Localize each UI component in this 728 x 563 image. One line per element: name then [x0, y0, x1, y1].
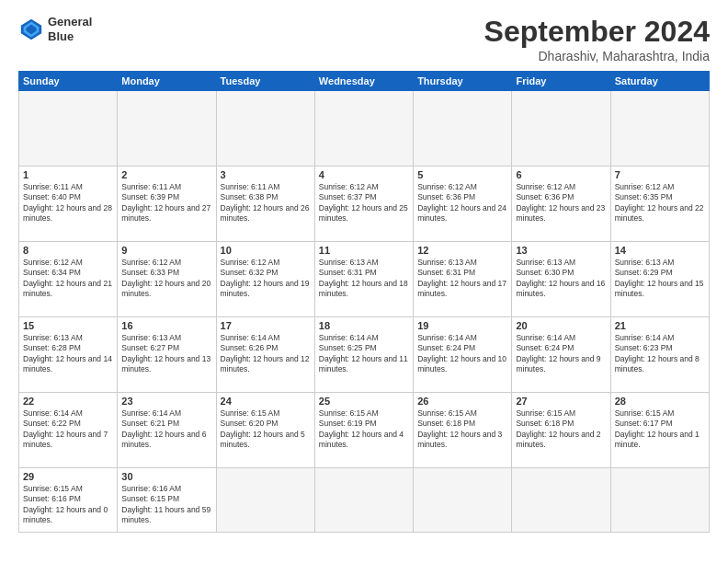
- month-title: September 2024: [484, 15, 710, 49]
- cell-info: Sunrise: 6:12 AMSunset: 6:37 PMDaylight:…: [319, 182, 409, 224]
- calendar-cell: 21Sunrise: 6:14 AMSunset: 6:23 PMDayligh…: [610, 317, 709, 393]
- calendar-cell: 2Sunrise: 6:11 AMSunset: 6:39 PMDaylight…: [118, 167, 216, 242]
- calendar-cell: [414, 468, 512, 533]
- calendar-day-header: Sunday: [19, 72, 118, 91]
- calendar-cell: 15Sunrise: 6:13 AMSunset: 6:28 PMDayligh…: [19, 317, 118, 393]
- calendar-day-header: Tuesday: [216, 72, 314, 91]
- cell-info: Sunrise: 6:14 AMSunset: 6:23 PMDaylight:…: [615, 333, 705, 375]
- day-number: 11: [319, 245, 409, 256]
- calendar-cell: 26Sunrise: 6:15 AMSunset: 6:18 PMDayligh…: [414, 393, 512, 468]
- calendar-cell: 14Sunrise: 6:13 AMSunset: 6:29 PMDayligh…: [610, 242, 709, 317]
- cell-info: Sunrise: 6:14 AMSunset: 6:24 PMDaylight:…: [516, 333, 606, 375]
- cell-info: Sunrise: 6:13 AMSunset: 6:27 PMDaylight:…: [121, 333, 211, 375]
- day-number: 30: [121, 471, 211, 482]
- calendar-cell: 13Sunrise: 6:13 AMSunset: 6:30 PMDayligh…: [512, 242, 610, 317]
- calendar-cell: 7Sunrise: 6:12 AMSunset: 6:35 PMDaylight…: [610, 167, 709, 242]
- logo: General Blue: [18, 15, 92, 43]
- calendar-cell: [19, 91, 118, 167]
- cell-info: Sunrise: 6:12 AMSunset: 6:36 PMDaylight:…: [516, 182, 606, 224]
- calendar-table: SundayMondayTuesdayWednesdayThursdayFrid…: [18, 71, 710, 533]
- calendar-header-row: SundayMondayTuesdayWednesdayThursdayFrid…: [19, 72, 710, 91]
- cell-info: Sunrise: 6:15 AMSunset: 6:18 PMDaylight:…: [417, 408, 507, 451]
- cell-info: Sunrise: 6:15 AMSunset: 6:17 PMDaylight:…: [615, 408, 705, 451]
- cell-info: Sunrise: 6:11 AMSunset: 6:39 PMDaylight:…: [121, 182, 211, 224]
- day-number: 23: [121, 396, 211, 407]
- calendar-cell: 10Sunrise: 6:12 AMSunset: 6:32 PMDayligh…: [216, 242, 314, 317]
- cell-info: Sunrise: 6:11 AMSunset: 6:38 PMDaylight:…: [221, 182, 311, 224]
- page: General Blue September 2024 Dharashiv, M…: [0, 0, 728, 563]
- day-number: 13: [516, 245, 606, 256]
- day-number: 17: [221, 320, 311, 331]
- cell-info: Sunrise: 6:12 AMSunset: 6:34 PMDaylight:…: [23, 258, 113, 300]
- day-number: 25: [319, 396, 409, 407]
- calendar-cell: 29Sunrise: 6:15 AMSunset: 6:16 PMDayligh…: [19, 468, 118, 533]
- calendar-cell: [610, 468, 709, 533]
- cell-info: Sunrise: 6:12 AMSunset: 6:35 PMDaylight:…: [615, 182, 705, 224]
- day-number: 28: [615, 396, 705, 407]
- calendar-cell: 6Sunrise: 6:12 AMSunset: 6:36 PMDaylight…: [512, 167, 610, 242]
- cell-info: Sunrise: 6:13 AMSunset: 6:31 PMDaylight:…: [319, 258, 409, 300]
- day-number: 21: [615, 320, 705, 331]
- day-number: 5: [417, 169, 507, 180]
- calendar-week-row: 8Sunrise: 6:12 AMSunset: 6:34 PMDaylight…: [19, 242, 710, 317]
- calendar-day-header: Friday: [512, 72, 610, 91]
- day-number: 26: [417, 396, 507, 407]
- day-number: 8: [23, 245, 113, 256]
- day-number: 20: [516, 320, 606, 331]
- day-number: 16: [121, 320, 211, 331]
- cell-info: Sunrise: 6:15 AMSunset: 6:19 PMDaylight:…: [319, 408, 409, 451]
- day-number: 24: [221, 396, 311, 407]
- cell-info: Sunrise: 6:11 AMSunset: 6:40 PMDaylight:…: [23, 182, 113, 224]
- calendar-week-row: 15Sunrise: 6:13 AMSunset: 6:28 PMDayligh…: [19, 317, 710, 393]
- calendar-day-header: Wednesday: [314, 72, 413, 91]
- cell-info: Sunrise: 6:12 AMSunset: 6:33 PMDaylight:…: [121, 258, 211, 300]
- calendar-cell: 22Sunrise: 6:14 AMSunset: 6:22 PMDayligh…: [19, 393, 118, 468]
- calendar-cell: 9Sunrise: 6:12 AMSunset: 6:33 PMDaylight…: [118, 242, 216, 317]
- header: General Blue September 2024 Dharashiv, M…: [18, 15, 710, 63]
- calendar-cell: 3Sunrise: 6:11 AMSunset: 6:38 PMDaylight…: [216, 167, 314, 242]
- calendar-cell: [118, 91, 216, 167]
- day-number: 22: [23, 396, 113, 407]
- cell-info: Sunrise: 6:14 AMSunset: 6:25 PMDaylight:…: [319, 333, 409, 375]
- day-number: 18: [319, 320, 409, 331]
- calendar-cell: 17Sunrise: 6:14 AMSunset: 6:26 PMDayligh…: [216, 317, 314, 393]
- calendar-cell: 19Sunrise: 6:14 AMSunset: 6:24 PMDayligh…: [414, 317, 512, 393]
- cell-info: Sunrise: 6:12 AMSunset: 6:36 PMDaylight:…: [417, 182, 507, 224]
- day-number: 29: [23, 471, 113, 482]
- title-block: September 2024 Dharashiv, Maharashtra, I…: [484, 15, 710, 63]
- day-number: 4: [319, 169, 409, 180]
- day-number: 6: [516, 169, 606, 180]
- calendar-cell: 1Sunrise: 6:11 AMSunset: 6:40 PMDaylight…: [19, 167, 118, 242]
- calendar-day-header: Thursday: [414, 72, 512, 91]
- day-number: 12: [417, 245, 507, 256]
- cell-info: Sunrise: 6:14 AMSunset: 6:22 PMDaylight:…: [23, 408, 113, 451]
- calendar-cell: 23Sunrise: 6:14 AMSunset: 6:21 PMDayligh…: [118, 393, 216, 468]
- cell-info: Sunrise: 6:13 AMSunset: 6:31 PMDaylight:…: [417, 258, 507, 300]
- calendar-cell: 4Sunrise: 6:12 AMSunset: 6:37 PMDaylight…: [314, 167, 413, 242]
- calendar-cell: [414, 91, 512, 167]
- day-number: 27: [516, 396, 606, 407]
- calendar-cell: [216, 91, 314, 167]
- day-number: 10: [221, 245, 311, 256]
- calendar-day-header: Saturday: [610, 72, 709, 91]
- calendar-cell: 11Sunrise: 6:13 AMSunset: 6:31 PMDayligh…: [314, 242, 413, 317]
- calendar-cell: 16Sunrise: 6:13 AMSunset: 6:27 PMDayligh…: [118, 317, 216, 393]
- calendar-cell: 5Sunrise: 6:12 AMSunset: 6:36 PMDaylight…: [414, 167, 512, 242]
- calendar-cell: [314, 91, 413, 167]
- cell-info: Sunrise: 6:13 AMSunset: 6:30 PMDaylight:…: [516, 258, 606, 300]
- logo-icon: [18, 17, 44, 42]
- day-number: 9: [121, 245, 211, 256]
- calendar-week-row: [19, 91, 710, 167]
- day-number: 1: [23, 169, 113, 180]
- calendar-cell: 28Sunrise: 6:15 AMSunset: 6:17 PMDayligh…: [610, 393, 709, 468]
- calendar-cell: 8Sunrise: 6:12 AMSunset: 6:34 PMDaylight…: [19, 242, 118, 317]
- cell-info: Sunrise: 6:13 AMSunset: 6:29 PMDaylight:…: [615, 258, 705, 300]
- logo-text: General Blue: [48, 15, 92, 43]
- calendar-week-row: 22Sunrise: 6:14 AMSunset: 6:22 PMDayligh…: [19, 393, 710, 468]
- calendar-cell: 24Sunrise: 6:15 AMSunset: 6:20 PMDayligh…: [216, 393, 314, 468]
- cell-info: Sunrise: 6:15 AMSunset: 6:18 PMDaylight:…: [516, 408, 606, 451]
- day-number: 7: [615, 169, 705, 180]
- cell-info: Sunrise: 6:15 AMSunset: 6:16 PMDaylight:…: [23, 484, 113, 526]
- cell-info: Sunrise: 6:14 AMSunset: 6:26 PMDaylight:…: [221, 333, 311, 375]
- calendar-week-row: 1Sunrise: 6:11 AMSunset: 6:40 PMDaylight…: [19, 167, 710, 242]
